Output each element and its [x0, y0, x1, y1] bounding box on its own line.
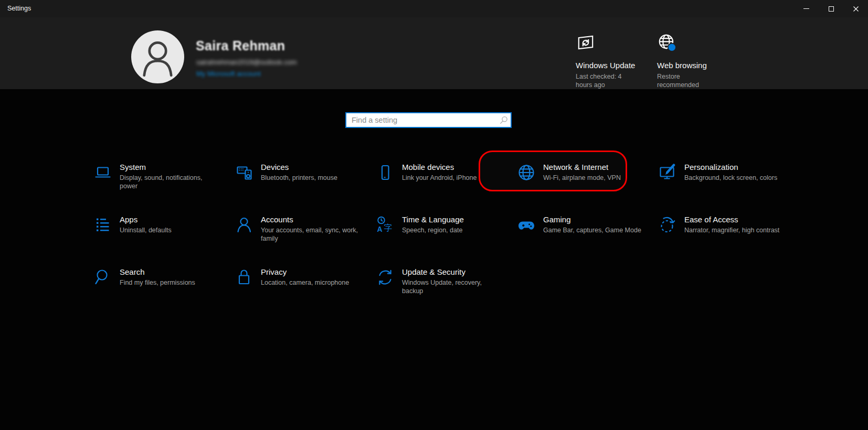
- tile-text: SearchFind my files, permissions: [120, 267, 218, 287]
- window-title: Settings: [7, 0, 31, 17]
- tile-text: Mobile devicesLink your Android, iPhone: [402, 163, 501, 182]
- maximize-icon: [829, 6, 834, 12]
- titlebar: Settings: [0, 0, 868, 17]
- avatar[interactable]: [131, 30, 184, 83]
- tile-subtitle: Uninstall, defaults: [120, 227, 218, 235]
- tile-text: Network & InternetWi-Fi, airplane mode, …: [543, 163, 642, 182]
- microsoft-account-link[interactable]: My Microsoft account: [196, 70, 261, 78]
- tile-accounts[interactable]: AccountsYour accounts, email, sync, work…: [235, 203, 376, 256]
- maximize-button[interactable]: [819, 0, 843, 17]
- tile-text: AccountsYour accounts, email, sync, work…: [261, 215, 359, 243]
- tile-title: Update & Security: [402, 267, 501, 276]
- search-input[interactable]: [345, 112, 512, 128]
- tile-gaming[interactable]: GamingGame Bar, captures, Game Mode: [517, 203, 658, 256]
- minimize-button[interactable]: [794, 0, 819, 17]
- tile-title: Network & Internet: [543, 163, 642, 171]
- tile-subtitle: Link your Android, iPhone: [402, 174, 501, 182]
- tile-time-language[interactable]: A字Time & LanguageSpeech, region, date: [376, 203, 517, 256]
- lock-icon: [235, 268, 253, 287]
- web-browsing-icon: [657, 33, 716, 53]
- search-icon: [93, 268, 112, 287]
- tile-title: Search: [120, 267, 218, 276]
- tile-text: GamingGame Bar, captures, Game Mode: [543, 215, 642, 235]
- tile-personalization[interactable]: PersonalizationBackground, lock screen, …: [658, 151, 799, 203]
- tile-title: Privacy: [261, 267, 359, 276]
- time-language-icon: A字: [376, 216, 395, 234]
- status-title: Windows Update: [576, 61, 634, 70]
- status-subtitle: Restore recommended: [657, 73, 712, 89]
- laptop-icon: [93, 163, 112, 182]
- tile-title: Devices: [261, 163, 359, 171]
- profile-name: Saira Rehman: [196, 38, 285, 53]
- personalization-icon: [658, 163, 677, 182]
- tile-text: PrivacyLocation, camera, microphone: [261, 267, 359, 287]
- tile-devices[interactable]: DevicesBluetooth, printers, mouse: [235, 151, 376, 203]
- phone-icon: [376, 163, 395, 182]
- tile-title: Ease of Access: [684, 215, 783, 224]
- tile-apps[interactable]: AppsUninstall, defaults: [93, 203, 235, 256]
- windows-update-icon: [576, 33, 634, 53]
- tile-subtitle: Game Bar, captures, Game Mode: [543, 227, 642, 235]
- globe-icon: [517, 163, 536, 182]
- tile-subtitle: Location, camera, microphone: [261, 279, 359, 287]
- tile-text: DevicesBluetooth, printers, mouse: [261, 163, 359, 182]
- tile-text: Time & LanguageSpeech, region, date: [402, 215, 501, 235]
- tile-search[interactable]: SearchFind my files, permissions: [93, 256, 235, 308]
- tile-privacy[interactable]: PrivacyLocation, camera, microphone: [235, 256, 376, 308]
- devices-icon: [235, 163, 253, 182]
- tile-subtitle: Background, lock screen, colors: [684, 174, 783, 182]
- tile-system[interactable]: SystemDisplay, sound, notifications, pow…: [93, 151, 235, 203]
- apps-icon: [93, 216, 112, 234]
- header: Saira Rehman sairahrehman2019@outlook.co…: [0, 17, 868, 89]
- svg-text:A: A: [377, 225, 383, 233]
- settings-grid: SystemDisplay, sound, notifications, pow…: [93, 151, 799, 308]
- tile-text: PersonalizationBackground, lock screen, …: [684, 163, 783, 182]
- tile-subtitle: Bluetooth, printers, mouse: [261, 174, 359, 182]
- tile-subtitle: Speech, region, date: [402, 227, 501, 235]
- ease-of-access-icon: [658, 216, 677, 234]
- tile-text: SystemDisplay, sound, notifications, pow…: [120, 163, 218, 190]
- tile-network-internet[interactable]: Network & InternetWi-Fi, airplane mode, …: [517, 151, 658, 203]
- status-web-browsing[interactable]: Web browsingRestore recommended: [657, 33, 716, 89]
- status-subtitle: Last checked: 4 hours ago: [576, 73, 630, 89]
- tile-text: Ease of AccessNarrator, magnifier, high …: [684, 215, 783, 235]
- window-controls: [794, 0, 868, 17]
- minimize-icon: [803, 8, 809, 9]
- search-box: [345, 112, 512, 128]
- person-icon: [235, 216, 253, 234]
- tile-text: Update & SecurityWindows Update, recover…: [402, 267, 501, 295]
- tile-update-security[interactable]: Update & SecurityWindows Update, recover…: [376, 256, 517, 308]
- tile-text: AppsUninstall, defaults: [120, 215, 218, 235]
- tile-subtitle: Find my files, permissions: [120, 279, 218, 287]
- tile-title: Personalization: [684, 163, 783, 171]
- status-windows-update[interactable]: Windows UpdateLast checked: 4 hours ago: [576, 33, 634, 89]
- user-avatar-icon: [131, 30, 184, 83]
- close-button[interactable]: [843, 0, 868, 17]
- tile-subtitle: Windows Update, recovery, backup: [402, 279, 501, 295]
- tile-title: Apps: [120, 215, 218, 224]
- profile-email: sairahrehman2019@outlook.com: [196, 58, 297, 66]
- tile-title: Gaming: [543, 215, 642, 224]
- update-icon: [376, 268, 395, 287]
- tile-title: Time & Language: [402, 215, 501, 224]
- tile-subtitle: Your accounts, email, sync, work, family: [261, 227, 359, 243]
- tile-ease-of-access[interactable]: Ease of AccessNarrator, magnifier, high …: [658, 203, 799, 256]
- svg-text:字: 字: [384, 223, 393, 233]
- tile-title: Accounts: [261, 215, 359, 224]
- tile-subtitle: Display, sound, notifications, power: [120, 174, 218, 190]
- tile-subtitle: Narrator, magnifier, high contrast: [684, 227, 783, 235]
- close-icon: [853, 6, 859, 12]
- tile-title: System: [120, 163, 218, 171]
- gamepad-icon: [517, 216, 536, 234]
- status-title: Web browsing: [657, 61, 716, 70]
- tile-title: Mobile devices: [402, 163, 501, 171]
- tile-subtitle: Wi-Fi, airplane mode, VPN: [543, 174, 642, 182]
